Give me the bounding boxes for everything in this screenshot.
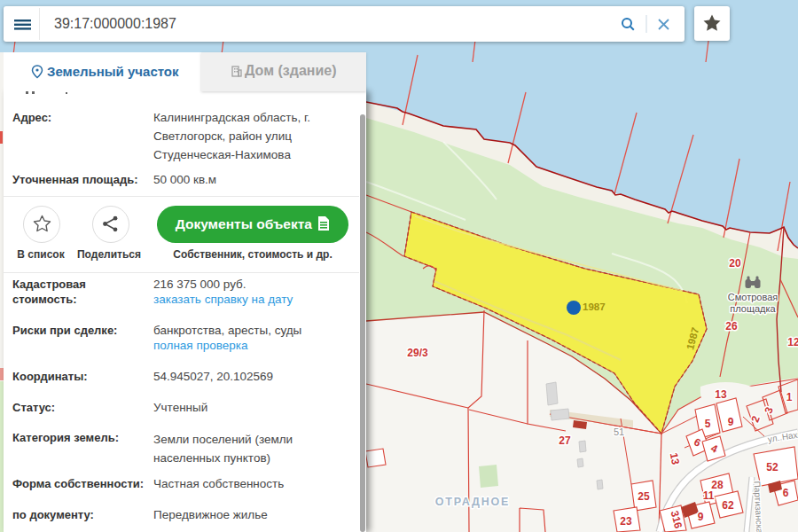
svg-text:11: 11: [703, 489, 715, 502]
svg-text:5: 5: [705, 418, 711, 430]
svg-text:62: 62: [722, 499, 734, 512]
svg-text:13: 13: [715, 388, 727, 401]
svg-text:28: 28: [711, 479, 724, 491]
svg-text:52: 52: [766, 461, 778, 473]
svg-text:Смотровая: Смотровая: [728, 292, 778, 302]
svg-text:ОТРАДНОЕ: ОТРАДНОЕ: [435, 496, 510, 508]
svg-text:9: 9: [698, 511, 704, 523]
svg-text:27: 27: [559, 434, 571, 447]
svg-text:51: 51: [614, 426, 624, 437]
svg-text:9: 9: [728, 416, 734, 428]
svg-text:площадка: площадка: [730, 303, 776, 314]
svg-text:6: 6: [783, 487, 789, 499]
svg-text:20: 20: [729, 257, 741, 270]
svg-text:1: 1: [786, 391, 793, 403]
svg-text:13: 13: [668, 452, 682, 466]
svg-text:1987: 1987: [583, 301, 606, 312]
svg-text:25: 25: [638, 490, 650, 503]
svg-text:12: 12: [787, 336, 798, 348]
svg-text:23: 23: [620, 515, 632, 528]
svg-text:26: 26: [725, 320, 738, 332]
svg-text:29/3: 29/3: [407, 347, 428, 359]
